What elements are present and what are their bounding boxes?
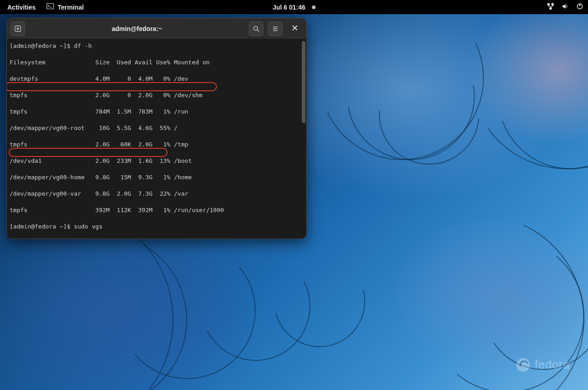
clock-text: Jul 6 01:46: [273, 4, 305, 11]
volume-icon: [562, 3, 569, 11]
scrollbar-thumb[interactable]: [302, 41, 305, 123]
fedora-watermark: fedora: [516, 358, 570, 372]
plus-tab-icon: [14, 25, 21, 32]
network-icon: [547, 3, 554, 11]
search-icon: [252, 25, 260, 32]
svg-line-11: [257, 30, 259, 31]
power-icon: [576, 3, 583, 11]
current-app-menu[interactable]: Terminal: [47, 3, 84, 11]
notification-dot-icon: [312, 5, 315, 9]
gnome-top-panel: Activities Terminal Jul 6 01:46: [0, 0, 588, 14]
current-app-label: Terminal: [58, 4, 84, 11]
terminal-output: [admin@fedora ~]$ df -h Filesystem Size …: [10, 42, 305, 239]
svg-rect-4: [550, 7, 552, 10]
terminal-content[interactable]: [admin@fedora ~]$ df -h Filesystem Size …: [7, 39, 306, 239]
fedora-logo-icon: [516, 358, 530, 372]
activities-button[interactable]: Activities: [5, 3, 38, 12]
close-icon: [292, 25, 298, 31]
hamburger-icon: [272, 25, 279, 32]
menu-button[interactable]: [268, 21, 283, 36]
panel-left-group: Activities Terminal: [5, 3, 84, 12]
terminal-titlebar[interactable]: admin@fedora:~: [7, 18, 306, 39]
new-tab-button[interactable]: [10, 21, 25, 36]
window-title: admin@fedora:~: [25, 25, 249, 32]
search-button[interactable]: [249, 21, 263, 36]
panel-status-area[interactable]: [547, 3, 583, 11]
svg-rect-0: [47, 4, 54, 9]
svg-rect-3: [551, 3, 554, 5]
svg-rect-2: [547, 3, 550, 5]
panel-clock-area[interactable]: Jul 6 01:46: [273, 4, 315, 11]
terminal-icon: [47, 3, 54, 11]
fedora-watermark-text: fedora: [535, 358, 570, 372]
svg-point-10: [254, 26, 257, 30]
close-button[interactable]: [287, 22, 303, 36]
desktop-wallpaper: admin@fedora:~ [admin@fedora ~]$ df -h F…: [0, 14, 588, 390]
terminal-window: admin@fedora:~ [admin@fedora ~]$ df -h F…: [6, 18, 307, 239]
